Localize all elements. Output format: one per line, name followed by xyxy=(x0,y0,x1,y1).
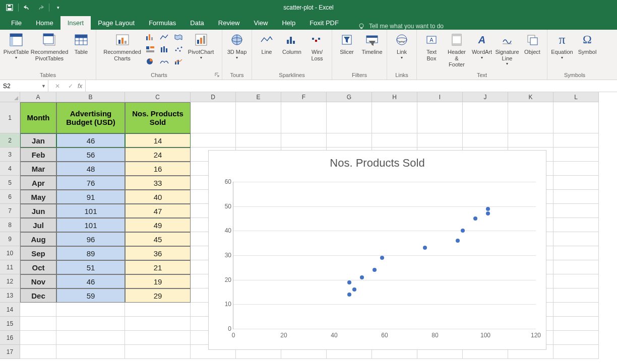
pivottable-button[interactable]: PivotTable▾ xyxy=(4,32,28,60)
cell[interactable] xyxy=(327,102,372,133)
cell[interactable] xyxy=(463,102,508,133)
row-header[interactable]: 4 xyxy=(0,162,20,176)
headerfooter-button[interactable]: Header & Footer xyxy=(446,32,467,68)
row-header[interactable]: 7 xyxy=(0,204,20,218)
cell[interactable] xyxy=(125,345,191,359)
slicer-button[interactable]: Slicer xyxy=(336,32,357,55)
cell[interactable] xyxy=(20,331,56,345)
cell[interactable]: 14 xyxy=(125,133,191,148)
data-point[interactable] xyxy=(423,246,427,250)
cell[interactable] xyxy=(553,204,599,218)
cell[interactable]: 101 xyxy=(56,204,125,218)
column-header[interactable]: A xyxy=(20,92,56,102)
chevron-down-icon[interactable]: ▼ xyxy=(41,84,46,89)
data-point[interactable] xyxy=(456,239,460,243)
insert-pie-chart[interactable] xyxy=(144,56,157,67)
cell[interactable] xyxy=(372,133,417,148)
cell[interactable]: 48 xyxy=(56,162,125,176)
embedded-chart[interactable]: Nos. Products Sold 010203040506002040608… xyxy=(208,150,546,350)
cell[interactable] xyxy=(56,331,125,345)
tell-me[interactable]: Tell me what you want to do xyxy=(358,23,444,30)
data-point[interactable] xyxy=(373,268,377,272)
cell[interactable]: 46 xyxy=(56,133,125,148)
save-button[interactable] xyxy=(4,2,15,13)
cell[interactable] xyxy=(553,345,599,359)
cell[interactable] xyxy=(553,260,599,274)
tab-foxitpdf[interactable]: Foxit PDF xyxy=(302,16,346,30)
tab-home[interactable]: Home xyxy=(29,16,60,30)
cell[interactable]: 89 xyxy=(56,246,125,260)
table-header-cell[interactable]: Nos. Products Sold xyxy=(125,102,191,133)
cell[interactable] xyxy=(508,102,553,133)
column-header[interactable]: I xyxy=(417,92,463,102)
cell[interactable]: 91 xyxy=(56,190,125,204)
column-header[interactable]: J xyxy=(463,92,508,102)
sparkline-line-button[interactable]: Line xyxy=(256,32,277,55)
table-header-cell[interactable]: Advertising Budget (USD) xyxy=(56,102,125,133)
undo-button[interactable] xyxy=(22,2,33,13)
cell[interactable]: 51 xyxy=(56,260,125,274)
cell[interactable] xyxy=(508,133,553,148)
cell[interactable] xyxy=(553,102,599,133)
3d-map-button[interactable]: 3D Map▾ xyxy=(226,32,248,60)
cell[interactable]: 16 xyxy=(125,162,191,176)
cell[interactable]: 24 xyxy=(125,148,191,162)
cell[interactable]: Sep xyxy=(20,246,56,260)
row-header[interactable]: 15 xyxy=(0,317,20,331)
cell[interactable] xyxy=(56,303,125,317)
signatureline-button[interactable]: Signature Line▾ xyxy=(497,32,518,66)
tab-file[interactable]: File xyxy=(4,16,29,30)
cell[interactable] xyxy=(417,133,463,148)
cell[interactable] xyxy=(191,102,236,133)
cell[interactable]: Mar xyxy=(20,162,56,176)
tab-formulas[interactable]: Formulas xyxy=(142,16,183,30)
formula-input[interactable] xyxy=(89,80,617,92)
cell[interactable]: 47 xyxy=(125,204,191,218)
insert-surface-chart[interactable] xyxy=(158,56,171,67)
cell[interactable]: 101 xyxy=(56,218,125,232)
insert-combo-chart[interactable] xyxy=(172,56,185,67)
insert-scatter-chart[interactable] xyxy=(172,44,185,55)
data-point[interactable] xyxy=(347,293,351,297)
cell[interactable]: 46 xyxy=(56,274,125,288)
cell[interactable]: 33 xyxy=(125,176,191,190)
name-box-input[interactable] xyxy=(3,83,33,90)
cell[interactable]: 40 xyxy=(125,190,191,204)
row-header[interactable]: 16 xyxy=(0,331,20,345)
row-header[interactable]: 8 xyxy=(0,218,20,232)
cell[interactable] xyxy=(20,303,56,317)
cell[interactable]: 76 xyxy=(56,176,125,190)
data-point[interactable] xyxy=(380,256,384,260)
column-header[interactable]: L xyxy=(553,92,599,102)
row-header[interactable]: 10 xyxy=(0,246,20,260)
row-header[interactable]: 13 xyxy=(0,288,20,303)
cell[interactable] xyxy=(553,133,599,148)
equation-button[interactable]: πEquation▾ xyxy=(551,32,573,60)
recommended-charts-button[interactable]: Recommended Charts xyxy=(105,32,140,61)
insert-map-chart[interactable] xyxy=(172,32,185,43)
data-point[interactable] xyxy=(486,211,490,215)
tab-data[interactable]: Data xyxy=(183,16,211,30)
tab-view[interactable]: View xyxy=(246,16,275,30)
cell[interactable] xyxy=(553,288,599,303)
tab-insert[interactable]: Insert xyxy=(60,16,91,30)
cell[interactable]: Oct xyxy=(20,260,56,274)
row-header[interactable]: 3 xyxy=(0,148,20,162)
cell[interactable]: Nov xyxy=(20,274,56,288)
sparkline-winloss-button[interactable]: Win/ Loss xyxy=(306,32,328,61)
insert-column-chart[interactable] xyxy=(144,32,157,43)
insert-line-chart[interactable] xyxy=(158,32,171,43)
cell[interactable]: 59 xyxy=(56,288,125,303)
column-header[interactable]: F xyxy=(281,92,327,102)
insert-hierarchy-chart[interactable] xyxy=(144,44,157,55)
data-point[interactable] xyxy=(486,207,490,211)
chart-title[interactable]: Nos. Products Sold xyxy=(209,157,546,170)
cell[interactable] xyxy=(125,331,191,345)
recommended-pivottables-button[interactable]: Recommended PivotTables xyxy=(32,32,67,61)
insert-function-button[interactable]: fx xyxy=(78,83,82,90)
link-button[interactable]: Link▾ xyxy=(391,32,412,60)
cell[interactable] xyxy=(20,317,56,331)
name-box[interactable]: ▼ xyxy=(0,80,48,92)
cell[interactable] xyxy=(236,102,281,133)
data-point[interactable] xyxy=(473,216,477,221)
